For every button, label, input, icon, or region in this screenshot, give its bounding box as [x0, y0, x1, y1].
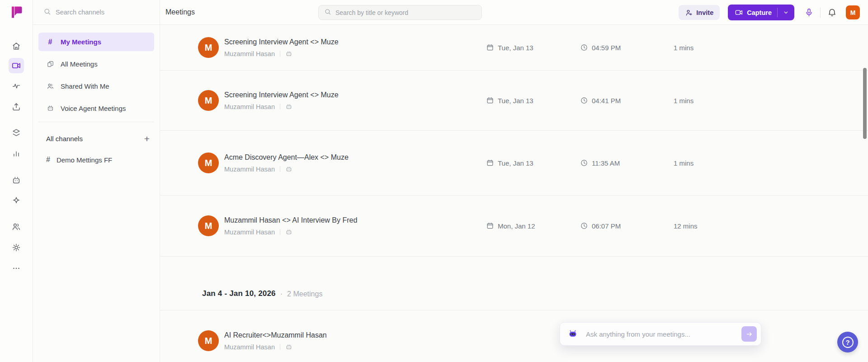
meeting-title[interactable]: Muzammil Hasan <> AI Interview By Fred — [224, 216, 357, 224]
meeting-duration: 12 mins — [674, 222, 698, 230]
topbar: Meetings Invite — [160, 0, 868, 25]
meeting-title[interactable]: Screening Interview Agent <> Muze — [224, 91, 339, 99]
meeting-avatar: M — [198, 152, 219, 173]
capture-label: Capture — [747, 9, 772, 16]
layers-icon[interactable] — [9, 125, 24, 140]
sidebar-item-shared-with-me[interactable]: Shared With Me — [38, 77, 154, 95]
calendar-icon — [486, 96, 494, 105]
bot-attended-icon — [285, 229, 292, 236]
sidebar-item-label: Voice Agent Meetings — [61, 105, 126, 112]
week-separator: Jan 4 - Jan 10, 2026 · 2 Meetings — [160, 257, 868, 310]
help-button[interactable]: ? — [837, 332, 858, 352]
hash-icon: # — [46, 38, 54, 46]
bot-attended-icon — [285, 103, 292, 110]
meeting-owner: Muzammil Hasan — [224, 343, 275, 351]
bot-attended-icon — [285, 50, 292, 57]
icon-rail — [0, 0, 33, 362]
settings-gear-icon[interactable] — [9, 240, 24, 255]
voice-agent-robot-icon[interactable] — [9, 173, 24, 188]
dot-separator: · — [280, 290, 283, 298]
meeting-duration: 1 mins — [674, 44, 693, 52]
channel-search-input[interactable] — [56, 9, 142, 16]
meeting-search-input[interactable] — [335, 9, 471, 16]
sidebar-item-label: My Meetings — [61, 38, 101, 46]
week-range: Jan 4 - Jan 10, 2026 — [202, 289, 276, 298]
notifications-bell-icon[interactable] — [825, 5, 839, 20]
meeting-owner: Muzammil Hasan — [224, 103, 275, 110]
meeting-time: 04:41 PM — [592, 97, 621, 105]
more-ellipsis-icon[interactable] — [9, 261, 24, 276]
user-avatar[interactable]: M — [846, 5, 860, 19]
sidebar-nav: # My Meetings All Meetings Shared With M… — [33, 25, 160, 122]
home-icon[interactable] — [9, 38, 24, 54]
sidebar-item-voice-agent-meetings[interactable]: Voice Agent Meetings — [38, 99, 154, 118]
clock-icon — [580, 43, 588, 52]
bot-attended-icon — [285, 166, 292, 173]
capture-split-button: Capture — [728, 5, 794, 20]
invite-button[interactable]: Invite — [679, 5, 720, 20]
chevron-down-icon[interactable] — [778, 5, 794, 20]
sidebar-item-label: All Meetings — [61, 60, 98, 68]
sidebar-divider — [38, 122, 154, 122]
meeting-row[interactable]: M Screening Interview Agent <> Muze Muza… — [160, 25, 868, 71]
meetings-video-icon[interactable] — [9, 58, 24, 73]
send-arrow-icon[interactable] — [741, 326, 757, 342]
bot-attended-icon — [285, 343, 292, 351]
calendar-icon — [486, 222, 494, 230]
all-channels-header: All channels + — [33, 132, 160, 145]
sidebar-item-my-meetings[interactable]: # My Meetings — [38, 33, 154, 51]
meeting-row[interactable]: M Muzammil Hasan <> AI Interview By Fred… — [160, 195, 868, 257]
meeting-row[interactable]: M Acme Discovery Agent—Alex <> Muze Muza… — [160, 131, 868, 195]
robot-icon — [46, 105, 54, 112]
analytics-bar-chart-icon[interactable] — [9, 146, 24, 161]
calendar-icon — [486, 43, 494, 52]
week-meeting-count: 2 Meetings — [287, 290, 322, 298]
meeting-row[interactable]: M AI Recruiter<>Muzammil Hasan Muzammil … — [160, 310, 868, 362]
meeting-avatar: M — [198, 37, 219, 58]
all-meetings-icon — [46, 60, 54, 68]
sidebar-item-label: Shared With Me — [61, 82, 109, 90]
add-channel-icon[interactable]: + — [144, 134, 150, 143]
fireflies-logo-icon[interactable] — [9, 5, 24, 20]
meeting-date: Tue, Jan 13 — [498, 159, 533, 167]
invite-label: Invite — [696, 9, 713, 16]
channel-label: Demo Mettings FF — [57, 156, 112, 164]
upload-icon[interactable] — [9, 99, 24, 114]
divider — [280, 229, 280, 235]
app-window: # My Meetings All Meetings Shared With M… — [0, 0, 868, 362]
sidebar-item-all-meetings[interactable]: All Meetings — [38, 55, 154, 73]
meeting-search[interactable] — [318, 5, 482, 20]
channel-search[interactable] — [33, 0, 160, 25]
meeting-title[interactable]: AI Recruiter<>Muzammil Hasan — [224, 331, 327, 339]
capture-video-icon — [735, 8, 743, 17]
topbar-actions: Invite Capture — [679, 0, 860, 25]
meeting-time: 04:59 PM — [592, 44, 621, 52]
search-icon — [43, 8, 51, 17]
meeting-time: 06:07 PM — [592, 222, 621, 230]
ai-bot-icon — [567, 329, 578, 339]
scrollbar-thumb[interactable] — [863, 68, 867, 139]
clock-icon — [580, 96, 588, 105]
person-plus-icon — [685, 9, 693, 17]
mic-icon[interactable] — [802, 5, 816, 20]
meeting-owner: Muzammil Hasan — [224, 166, 275, 173]
ai-sparkle-icon[interactable] — [9, 193, 24, 209]
team-people-icon[interactable] — [9, 219, 24, 234]
meeting-list: M Screening Interview Agent <> Muze Muza… — [160, 25, 868, 362]
meeting-title[interactable]: Acme Discovery Agent—Alex <> Muze — [224, 153, 349, 162]
meeting-avatar: M — [198, 330, 219, 351]
meeting-avatar: M — [198, 90, 219, 111]
meeting-row[interactable]: M Screening Interview Agent <> Muze Muza… — [160, 71, 868, 131]
main-panel: Meetings Invite — [160, 0, 868, 362]
meeting-time: 11:35 AM — [592, 159, 620, 167]
ask-meetings-input[interactable] — [586, 330, 741, 338]
people-icon — [46, 82, 54, 90]
meeting-date: Tue, Jan 13 — [498, 44, 533, 52]
channels-sidebar: # My Meetings All Meetings Shared With M… — [33, 0, 160, 362]
meeting-title[interactable]: Screening Interview Agent <> Muze — [224, 38, 339, 46]
capture-button[interactable]: Capture — [728, 5, 777, 20]
sidebar-channel-demo-mettings-ff[interactable]: # Demo Mettings FF — [38, 151, 154, 168]
question-mark-icon: ? — [842, 337, 854, 348]
page-title: Meetings — [165, 8, 195, 16]
activity-icon[interactable] — [9, 78, 24, 94]
